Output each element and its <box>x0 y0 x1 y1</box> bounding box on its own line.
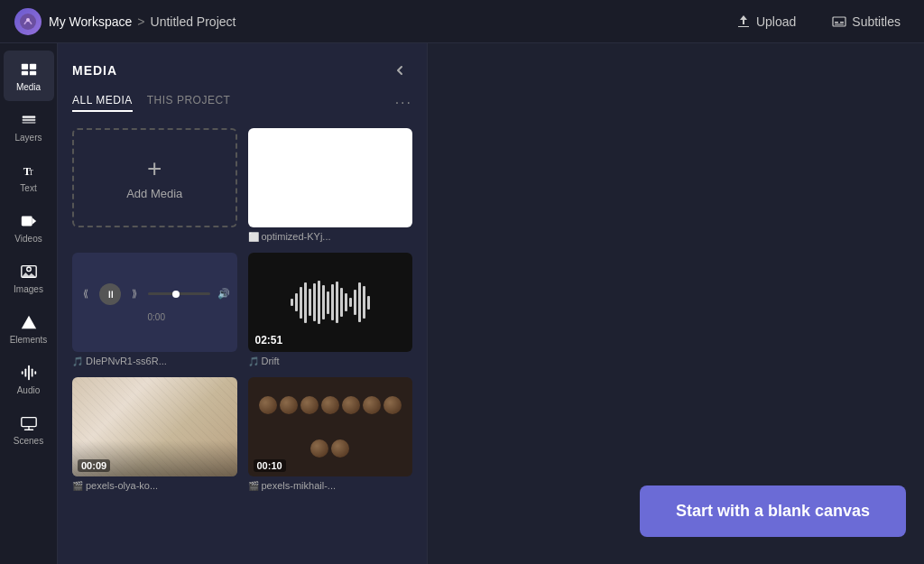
subtitles-label: Subtitles <box>852 14 901 29</box>
workspace-avatar <box>14 8 42 35</box>
progress-dot <box>172 291 180 298</box>
upload-button[interactable]: Upload <box>727 9 805 34</box>
scenes-icon <box>20 414 38 432</box>
svg-rect-9 <box>29 71 35 76</box>
elements-icon-area <box>19 312 39 332</box>
svg-rect-10 <box>22 122 35 124</box>
audio-icon <box>20 364 38 382</box>
svg-marker-16 <box>32 217 36 224</box>
add-media-thumb[interactable]: + Add Media <box>72 128 237 227</box>
file-icon: 🎵 <box>72 356 83 366</box>
svg-rect-20 <box>21 418 35 427</box>
sidebar-item-audio[interactable]: Audio <box>4 354 54 404</box>
pause-button[interactable]: ⏸ <box>99 283 121 305</box>
svg-text:T: T <box>29 169 33 177</box>
waveform-bars <box>291 280 370 325</box>
sidebar-item-videos[interactable]: Videos <box>4 202 54 253</box>
list-item[interactable]: ⬜ optimized-KYj... <box>248 128 413 242</box>
elements-icon <box>20 313 38 331</box>
list-item[interactable]: 02:51 🎵 Drift <box>248 253 413 366</box>
start-blank-canvas-button[interactable]: Start with a blank canvas <box>640 485 906 537</box>
audio-duration: 02:51 <box>255 334 283 347</box>
media-filename: DIePNvR1-ss6R... <box>86 356 167 366</box>
media-item-name: ⬜ optimized-KYj... <box>248 231 413 242</box>
subtitles-button[interactable]: Subtitles <box>823 9 910 34</box>
tab-this-project[interactable]: THIS PROJECT <box>147 94 231 112</box>
sidebar-media-label: Media <box>16 82 41 92</box>
list-item[interactable]: 00:09 🎬 pexels-olya-ko... <box>72 377 237 491</box>
media-filename: optimized-KYj... <box>262 231 331 242</box>
upload-label: Upload <box>756 14 796 29</box>
workspace-link[interactable]: My Workspace <box>49 14 132 29</box>
sidebar-elements-label: Elements <box>10 335 48 345</box>
text-icon: T T <box>20 162 38 180</box>
videos-icon-area <box>19 211 39 231</box>
tabs-left: ALL MEDIA THIS PROJECT <box>72 94 230 112</box>
media-header: MEDIA <box>58 43 427 94</box>
file-icon: 🎬 <box>248 481 259 491</box>
rewind-button[interactable]: ⟪ <box>78 286 94 302</box>
media-panel-title: MEDIA <box>72 63 117 78</box>
media-item-name: 🎵 Drift <box>248 356 413 366</box>
svg-rect-11 <box>22 119 35 121</box>
media-icon-area <box>19 60 39 79</box>
upload-icon <box>736 14 751 29</box>
svg-point-17 <box>26 267 31 272</box>
sidebar-layers-label: Layers <box>14 133 42 143</box>
sidebar-scenes-label: Scenes <box>14 436 43 446</box>
layers-icon <box>20 111 38 129</box>
video-thumb-olya: 00:09 <box>72 377 237 476</box>
sidebar-item-layers[interactable]: Layers <box>4 101 54 152</box>
time-display: 0:00 <box>144 312 165 322</box>
collapse-panel-button[interactable] <box>387 58 412 83</box>
svg-rect-4 <box>840 22 844 23</box>
list-item[interactable]: 00:10 🎬 pexels-mikhail-... <box>248 377 413 491</box>
progress-bar[interactable] <box>148 292 210 295</box>
audio-icon-area <box>19 363 39 383</box>
subtitles-icon <box>832 14 846 29</box>
add-media-item[interactable]: + Add Media <box>72 128 237 242</box>
svg-rect-7 <box>29 64 35 69</box>
topbar-right: Upload Subtitles <box>727 9 910 34</box>
layers-icon-area <box>19 110 39 130</box>
sidebar-item-text[interactable]: T T Text <box>4 152 54 202</box>
svg-marker-19 <box>21 316 35 329</box>
media-filename: pexels-olya-ko... <box>86 480 158 491</box>
media-grid: + Add Media ⬜ optimized-KYj... ⟪ <box>58 121 427 498</box>
image-thumb <box>248 128 413 227</box>
media-item-name: 🎬 pexels-mikhail-... <box>248 480 413 491</box>
main-layout: Media Layers T T Text <box>0 43 924 564</box>
list-item[interactable]: ⟪ ⏸ ⟫ 🔊 0:00 🎵 DIePNvR1-ss6R... <box>72 253 237 366</box>
svg-rect-8 <box>21 71 27 76</box>
audio-controls: ⟪ ⏸ ⟫ 🔊 0:00 <box>72 253 237 352</box>
more-options-button[interactable]: ··· <box>395 95 412 111</box>
media-tabs: ALL MEDIA THIS PROJECT ··· <box>58 94 427 121</box>
svg-rect-5 <box>835 23 844 24</box>
forward-button[interactable]: ⟫ <box>126 286 143 302</box>
media-filename: Drift <box>262 356 280 366</box>
media-item-name: 🎬 pexels-olya-ko... <box>72 480 237 491</box>
file-icon: 🎬 <box>72 481 83 491</box>
add-icon: + <box>147 156 162 181</box>
media-item-name: 🎵 DIePNvR1-ss6R... <box>72 356 237 366</box>
video-thumb-mikhail: 00:10 <box>248 377 413 476</box>
videos-icon <box>20 212 38 230</box>
canvas-area: Start with a blank canvas <box>428 43 924 564</box>
images-icon <box>20 263 38 281</box>
chevron-left-icon <box>393 63 407 78</box>
svg-rect-6 <box>21 64 27 69</box>
media-panel: MEDIA ALL MEDIA THIS PROJECT ··· + Add M… <box>58 43 428 564</box>
sidebar-item-elements[interactable]: Elements <box>4 303 54 354</box>
white-image <box>248 128 413 227</box>
audio-thumb-container: 02:51 <box>248 253 413 352</box>
sidebar-item-scenes[interactable]: Scenes <box>4 404 54 455</box>
file-icon: 🎵 <box>248 356 259 366</box>
left-sidebar: Media Layers T T Text <box>0 43 58 564</box>
media-filename: pexels-mikhail-... <box>262 480 337 491</box>
sidebar-item-images[interactable]: Images <box>4 253 54 303</box>
media-icon <box>20 60 38 79</box>
volume-button[interactable]: 🔊 <box>216 286 232 302</box>
breadcrumb-sep: > <box>137 14 144 29</box>
tab-all-media[interactable]: ALL MEDIA <box>72 94 133 112</box>
sidebar-item-media[interactable]: Media <box>4 51 54 101</box>
